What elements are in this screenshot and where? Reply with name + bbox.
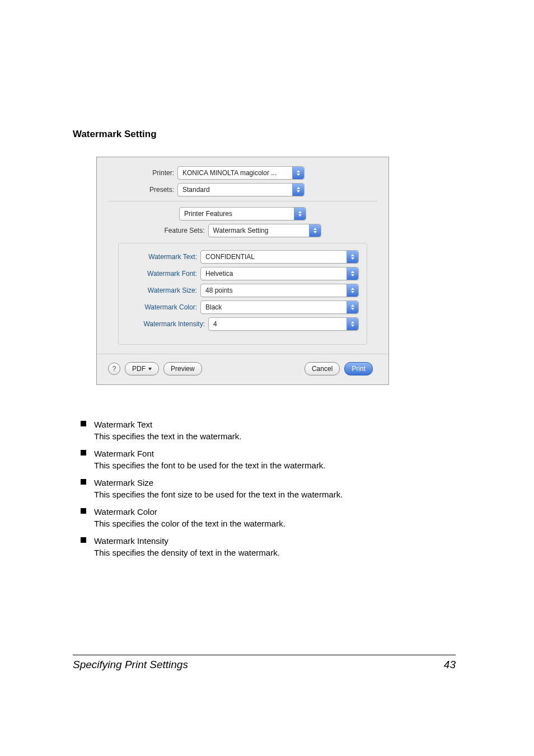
- wm-font-row: Watermark Font: Helvetica: [127, 267, 359, 280]
- feature-sets-select[interactable]: Watermark Setting: [208, 224, 321, 237]
- bullet-desc: This specifies the text in the watermark…: [94, 430, 241, 442]
- updown-icon: [294, 208, 306, 220]
- wm-font-select[interactable]: Helvetica: [200, 267, 359, 280]
- help-button[interactable]: ?: [108, 363, 120, 375]
- wm-intensity-value: 4: [209, 320, 346, 328]
- preview-button[interactable]: Preview: [163, 362, 202, 375]
- list-item: Watermark Size This specifies the font s…: [81, 477, 456, 500]
- updown-icon: [292, 184, 304, 196]
- list-item: Watermark Text This specifies the text i…: [81, 419, 456, 442]
- bullet-desc: This specifies the font to be used for t…: [94, 459, 326, 471]
- feature-sets-label: Feature Sets:: [164, 227, 204, 234]
- wm-intensity-label: Watermark Intensity:: [127, 320, 208, 328]
- page-footer: Specifying Print Settings 43: [73, 655, 456, 671]
- bullet-desc: This specifies the color of the text in …: [94, 518, 285, 529]
- printer-value: KONICA MINOLTA magicolor ...: [178, 169, 292, 177]
- pane-select[interactable]: Printer Features: [179, 207, 306, 220]
- bullet-title: Watermark Text: [94, 419, 241, 430]
- pane-value: Printer Features: [180, 210, 294, 218]
- list-item: Watermark Color This specifies the color…: [81, 506, 456, 529]
- bullet-icon: [81, 479, 86, 485]
- wm-font-value: Helvetica: [201, 270, 346, 278]
- updown-icon: [346, 251, 358, 263]
- pdf-button[interactable]: PDF: [125, 362, 159, 375]
- wm-color-select[interactable]: Black: [200, 300, 359, 314]
- wm-color-label: Watermark Color:: [127, 303, 200, 311]
- wm-intensity-row: Watermark Intensity: 4: [127, 317, 359, 331]
- bullet-icon: [81, 450, 86, 456]
- bullet-desc: This specifies the density of text in th…: [94, 547, 280, 558]
- updown-icon: [309, 224, 321, 237]
- updown-icon: [292, 167, 304, 179]
- divider: [108, 201, 377, 201]
- bullet-icon: [81, 421, 86, 426]
- print-button[interactable]: Print: [344, 362, 373, 375]
- wm-text-select[interactable]: CONFIDENTIAL: [200, 250, 359, 264]
- presets-label: Presets:: [108, 186, 177, 194]
- presets-select[interactable]: Standard: [177, 183, 305, 196]
- chevron-down-icon: [148, 368, 152, 370]
- list-item: Watermark Intensity This specifies the d…: [81, 535, 456, 558]
- bullets-list: Watermark Text This specifies the text i…: [81, 419, 456, 558]
- section-title: Watermark Setting: [73, 129, 456, 140]
- presets-row: Presets: Standard: [108, 183, 377, 196]
- pane-row: Printer Features: [108, 207, 377, 220]
- list-item: Watermark Font This specifies the font t…: [81, 448, 456, 471]
- printer-select[interactable]: KONICA MINOLTA magicolor ...: [177, 166, 305, 180]
- print-label: Print: [352, 365, 366, 373]
- presets-value: Standard: [178, 186, 292, 194]
- bullet-title: Watermark Font: [94, 448, 326, 459]
- wm-size-row: Watermark Size: 48 points: [127, 284, 359, 297]
- feature-sets-row: Feature Sets: Watermark Setting: [108, 224, 377, 237]
- wm-text-row: Watermark Text: CONFIDENTIAL: [127, 250, 359, 264]
- updown-icon: [346, 284, 358, 297]
- bullet-desc: This specifies the font size to be used …: [94, 489, 343, 500]
- updown-icon: [346, 301, 358, 313]
- printer-label: Printer:: [108, 169, 177, 177]
- bullet-icon: [81, 508, 86, 514]
- print-dialog: Printer: KONICA MINOLTA magicolor ... Pr…: [96, 157, 389, 385]
- wm-color-row: Watermark Color: Black: [127, 300, 359, 314]
- wm-size-select[interactable]: 48 points: [200, 284, 359, 297]
- cancel-button[interactable]: Cancel: [305, 362, 340, 375]
- wm-intensity-select[interactable]: 4: [208, 317, 359, 331]
- printer-row: Printer: KONICA MINOLTA magicolor ...: [108, 166, 377, 180]
- dialog-footer: ? PDF Preview Cancel Print: [97, 354, 388, 384]
- wm-text-label: Watermark Text:: [127, 253, 200, 261]
- wm-size-label: Watermark Size:: [127, 287, 200, 294]
- cancel-label: Cancel: [312, 365, 332, 373]
- bullet-title: Watermark Color: [94, 506, 285, 518]
- updown-icon: [346, 318, 358, 330]
- watermark-group: Watermark Text: CONFIDENTIAL Watermark F…: [118, 243, 367, 345]
- feature-sets-value: Watermark Setting: [209, 227, 309, 234]
- updown-icon: [346, 267, 358, 280]
- bullet-icon: [81, 537, 86, 543]
- wm-text-value: CONFIDENTIAL: [201, 253, 346, 261]
- page-number: 43: [444, 659, 456, 671]
- preview-label: Preview: [171, 365, 195, 373]
- footer-left: Specifying Print Settings: [73, 659, 188, 671]
- bullet-title: Watermark Intensity: [94, 535, 280, 547]
- bullet-title: Watermark Size: [94, 477, 343, 489]
- wm-font-label: Watermark Font:: [127, 270, 200, 278]
- wm-size-value: 48 points: [201, 287, 346, 294]
- wm-color-value: Black: [201, 303, 346, 311]
- pdf-label: PDF: [132, 365, 146, 373]
